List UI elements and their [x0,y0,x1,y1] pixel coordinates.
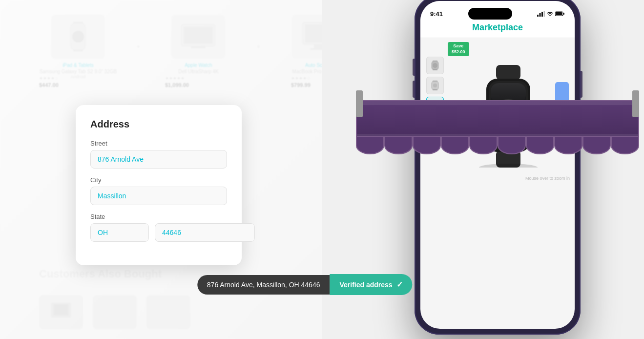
street-input[interactable] [90,150,227,169]
state-group: State [90,213,227,242]
scallop-1 [356,137,384,154]
address-bar-text: 876 Arnold Ave, Massillon, OH 44646 [197,275,330,295]
scallop-7 [526,137,554,154]
wifi-icon [546,11,554,17]
svg-rect-24 [433,70,437,71]
signal-icon [537,11,545,17]
verified-label: Verified address [339,281,392,289]
address-card: Address Street City State [76,105,242,265]
svg-rect-13 [537,15,539,17]
street-group: Street [90,140,227,169]
address-bar: 876 Arnold Ave, Massillon, OH 44646 Veri… [197,274,413,295]
city-input[interactable] [90,187,227,205]
awning-body [356,100,639,137]
dynamic-island [468,8,512,20]
scallop-8 [554,137,582,154]
status-icons [537,11,565,17]
check-icon: ✓ [396,280,403,289]
zip-input[interactable] [155,223,255,242]
svg-point-17 [549,15,550,16]
svg-rect-14 [540,13,541,17]
street-label: Street [90,140,227,147]
volume-up-button[interactable] [413,59,415,76]
verified-badge: Verified address ✓ [330,274,412,295]
scallop-6 [498,137,526,154]
battery-icon [555,11,565,17]
state-zip-row [90,223,227,242]
svg-rect-20 [556,12,562,15]
svg-rect-16 [544,11,545,17]
awning-bottom-accent [357,134,638,136]
status-bar: 9:41 [420,1,575,20]
awning [356,90,639,154]
address-title: Address [90,119,227,130]
city-label: City [90,176,227,184]
svg-rect-37 [496,65,520,80]
svg-point-23 [433,63,437,68]
svg-rect-15 [541,12,543,17]
save-line1: Save [452,43,465,49]
awning-post-left [356,90,363,117]
app-title: Marketplace [420,20,575,38]
status-time: 9:41 [430,10,443,18]
svg-point-27 [433,84,437,87]
save-line2: $52.00 [452,49,465,55]
awning-fringe [356,137,639,154]
save-badge: Save $52.00 [448,42,469,56]
state-input[interactable] [90,223,149,242]
svg-rect-19 [563,13,565,15]
thumb-1[interactable] [426,57,444,74]
phone-screen: 9:41 [420,1,575,329]
scallop-5 [469,137,498,154]
scallop-4 [441,137,469,154]
svg-point-57 [479,164,538,168]
scallop-9 [582,137,611,154]
awning-post-right [632,90,639,117]
state-label: State [90,213,227,220]
scallop-10 [611,137,639,154]
awning-highlight [357,101,638,105]
scallop-2 [384,137,413,154]
phone-shell: 9:41 [415,0,581,335]
zoom-hint: Mouse over to zoom in [420,175,575,183]
city-group: City [90,176,227,205]
scallop-3 [413,137,441,154]
